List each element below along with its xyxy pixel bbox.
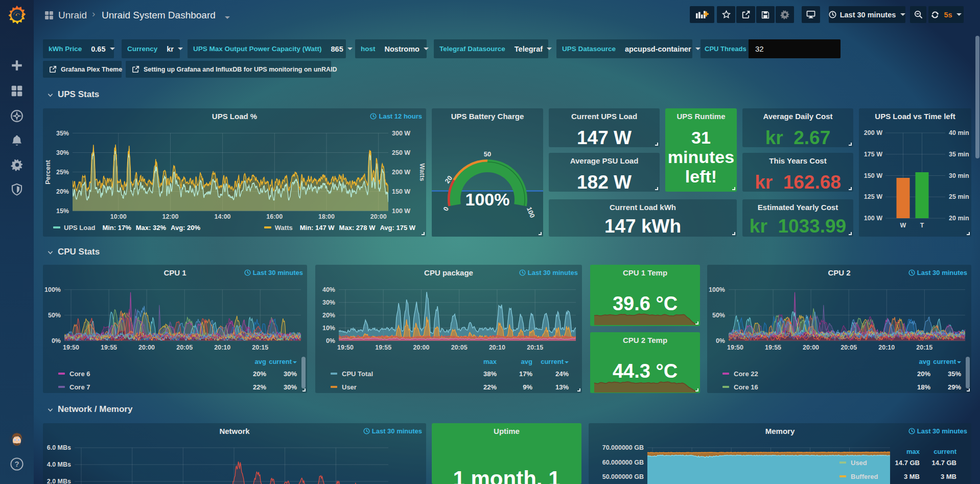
svg-text:60.000000 GB: 60.000000 GB (602, 459, 644, 466)
svg-text:20 min: 20 min (949, 215, 969, 222)
svg-text:250 W: 250 W (392, 149, 410, 156)
svg-text:40 min: 40 min (949, 129, 969, 136)
svg-text:30%: 30% (56, 149, 69, 156)
svg-text:20:05: 20:05 (841, 344, 857, 351)
svg-text:18:00: 18:00 (318, 213, 335, 220)
svg-text:25%: 25% (56, 169, 69, 176)
svg-text:19:55: 19:55 (765, 344, 781, 351)
svg-text:35 min: 35 min (949, 151, 969, 158)
svg-text:19:55: 19:55 (101, 344, 117, 351)
svg-text:12:00: 12:00 (162, 213, 179, 220)
svg-text:Watts: Watts (418, 164, 426, 181)
svg-text:50%: 50% (48, 312, 61, 319)
svg-text:300 W: 300 W (392, 130, 410, 137)
svg-text:25 min: 25 min (949, 193, 969, 200)
svg-text:35%: 35% (56, 130, 69, 137)
svg-text:40%: 40% (322, 286, 335, 293)
svg-text:19:50: 19:50 (337, 344, 354, 351)
svg-text:50.000000 GB: 50.000000 GB (602, 473, 644, 480)
svg-text:100%: 100% (44, 286, 61, 293)
svg-text:20:05: 20:05 (451, 344, 468, 351)
svg-text:20:00: 20:00 (138, 344, 155, 351)
svg-text:6.0 MBs: 6.0 MBs (47, 444, 71, 451)
svg-text:125 W: 125 W (864, 193, 882, 200)
svg-text:20:15: 20:15 (252, 344, 268, 351)
svg-text:20:10: 20:10 (489, 344, 505, 351)
svg-text:100%: 100% (465, 190, 510, 209)
svg-text:20%: 20% (322, 312, 335, 319)
svg-text:100%: 100% (709, 286, 725, 293)
svg-text:200 W: 200 W (864, 129, 882, 136)
svg-text:4.0 MBs: 4.0 MBs (47, 461, 71, 468)
svg-text:150 W: 150 W (392, 188, 410, 195)
svg-text:150 W: 150 W (864, 172, 882, 179)
svg-text:200 W: 200 W (392, 169, 410, 176)
svg-text:T: T (920, 222, 924, 229)
svg-text:0%: 0% (326, 337, 335, 344)
svg-text:30 min: 30 min (949, 172, 969, 179)
svg-text:20:00: 20:00 (803, 344, 819, 351)
svg-text:20:05: 20:05 (176, 344, 193, 351)
svg-text:20:15: 20:15 (527, 344, 543, 351)
svg-text:19:50: 19:50 (63, 344, 79, 351)
svg-text:20:10: 20:10 (214, 344, 230, 351)
svg-text:15%: 15% (56, 208, 69, 215)
svg-text:175 W: 175 W (864, 151, 882, 158)
svg-text:W: W (900, 222, 906, 229)
svg-text:19:55: 19:55 (375, 344, 391, 351)
svg-text:70.000000 GB: 70.000000 GB (602, 444, 644, 451)
svg-text:10%: 10% (322, 325, 335, 332)
svg-text:50%: 50% (712, 312, 725, 319)
svg-text:50: 50 (484, 150, 491, 158)
svg-text:30%: 30% (322, 299, 335, 306)
svg-text:2.0 MBs: 2.0 MBs (47, 478, 71, 484)
svg-text:20:00: 20:00 (413, 344, 430, 351)
svg-text:20:10: 20:10 (878, 344, 895, 351)
svg-text:14:00: 14:00 (215, 213, 231, 220)
svg-text:100 W: 100 W (864, 215, 882, 222)
svg-text:0%: 0% (52, 337, 61, 344)
svg-text:19:50: 19:50 (727, 344, 743, 351)
svg-text:10:00: 10:00 (110, 213, 127, 220)
svg-text:20:00: 20:00 (370, 213, 387, 220)
svg-text:20:15: 20:15 (916, 344, 932, 351)
svg-text:0%: 0% (716, 337, 725, 344)
svg-text:?: ? (14, 459, 19, 468)
svg-text:16:00: 16:00 (266, 213, 283, 220)
svg-text:100 W: 100 W (392, 208, 410, 215)
svg-text:Percent: Percent (44, 159, 52, 184)
svg-text:20%: 20% (56, 188, 69, 195)
